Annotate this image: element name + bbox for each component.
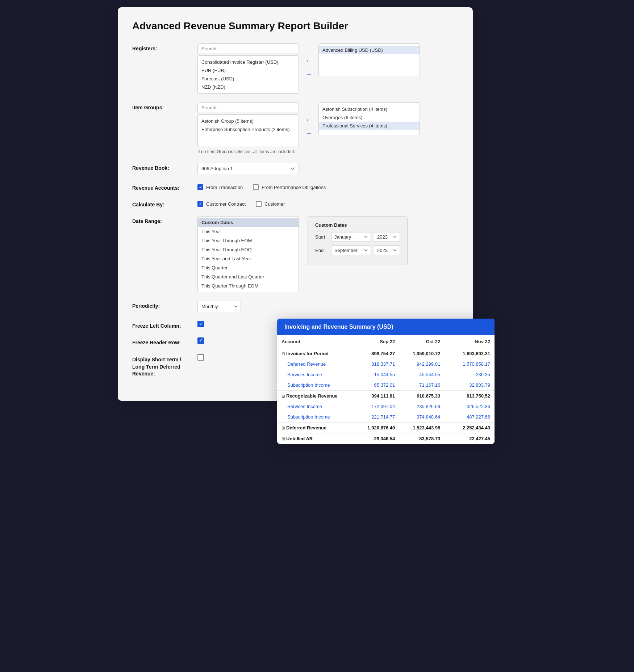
revenue-accounts-from-performance[interactable]: From Performance Obligations	[253, 184, 326, 190]
date-range-item-this-quarter[interactable]: This Quarter	[198, 263, 299, 272]
list-item[interactable]: Forecast (USD)	[198, 75, 299, 83]
oct22-cell: 610,675.33	[399, 391, 445, 402]
table-row[interactable]: ⊞Deferred Revenue 1,020,876.40 1,523,443…	[277, 423, 495, 433]
table-header-row: Account Sep 22 Oct 22 Nov 22	[277, 335, 495, 348]
item-groups-left-col: Astonish Group (5 items) Enterprise Subs…	[197, 102, 299, 147]
revenue-book-label: Revenue Book:	[132, 163, 197, 171]
date-range-row: Date Range: Custom Dates This Year This …	[132, 216, 458, 292]
list-item[interactable]: Astonish Subscription (4 items)	[319, 105, 420, 113]
sep22-cell: 818,337.71	[354, 359, 399, 369]
item-groups-transfer-right-button[interactable]: →	[303, 129, 314, 138]
list-item[interactable]: NZD (NZD)	[198, 83, 299, 91]
date-range-content: Custom Dates This Year This Year Through…	[197, 216, 458, 292]
sep22-cell: 394,111.81	[354, 391, 399, 402]
list-item[interactable]: EUR (EUR)	[198, 66, 299, 75]
start-year-select[interactable]: 2020 2021 2022 2023 2024	[374, 232, 400, 242]
item-groups-hint: If no Item Group is selected, all items …	[197, 149, 458, 154]
oct22-cell: 942,299.01	[399, 359, 445, 369]
list-item[interactable]: Consolidated Invoice Register (USD)	[198, 58, 299, 66]
start-month-select[interactable]: January February March April May June Ju…	[331, 232, 371, 242]
list-item[interactable]: Overages (6 items)	[319, 113, 420, 122]
table-row: Services Income 15,044.55 45,544.55 230.…	[277, 369, 495, 380]
periodicity-label: Periodicity:	[132, 301, 197, 309]
transfer-right-button[interactable]: →	[303, 70, 314, 79]
calculate-by-content: ✓ Customer Contract Customer	[197, 200, 458, 207]
from-performance-checkbox[interactable]	[253, 184, 259, 190]
table-row[interactable]: ⊞Unbilled AR 29,346.54 83,578.73 22,427.…	[277, 433, 495, 444]
custom-dates-title: Custom Dates	[315, 222, 400, 228]
calculate-by-customer[interactable]: Customer	[256, 201, 285, 207]
transfer-left-button[interactable]: ←	[303, 56, 314, 66]
col-account: Account	[277, 335, 354, 348]
customer-contract-checkbox[interactable]: ✓	[197, 201, 203, 207]
nov22-cell: 1,603,892.31	[445, 348, 495, 359]
account-cell: ⊟Recognizable Revenue	[277, 391, 354, 402]
table-row: Subscription Income 65,372.01 71,167.16 …	[277, 380, 495, 391]
minus-icon: ⊟	[281, 394, 285, 399]
item-groups-search-input[interactable]	[197, 102, 299, 113]
customer-checkbox[interactable]	[256, 201, 262, 207]
customer-contract-label: Customer Contract	[206, 201, 246, 207]
nov22-cell: 487,227.66	[445, 412, 495, 423]
display-short-term-checkbox[interactable]	[197, 354, 204, 361]
account-cell: ⊞Deferred Revenue	[277, 423, 354, 433]
calculate-by-customer-contract[interactable]: ✓ Customer Contract	[197, 201, 246, 207]
end-date-row: End January February March April May Jun…	[315, 245, 400, 255]
from-transaction-label: From Transaction	[206, 185, 243, 190]
from-transaction-checkbox[interactable]: ✓	[197, 184, 203, 190]
date-range-item-this-year[interactable]: This Year	[198, 227, 299, 236]
list-item[interactable]: Enterprise Subscription Products (2 item…	[198, 125, 299, 134]
plus-icon: ⊞	[281, 426, 285, 430]
oct22-cell: 1,059,010.72	[399, 348, 445, 359]
sep22-cell: 29,346.54	[354, 433, 399, 444]
revenue-table-card: Invoicing and Revenue Summary (USD) Acco…	[277, 319, 495, 444]
date-range-item-custom[interactable]: Custom Dates	[198, 218, 299, 227]
date-range-list: Custom Dates This Year This Year Through…	[197, 216, 299, 292]
periodicity-select[interactable]: Monthly Quarterly Annually	[197, 301, 241, 312]
end-year-select[interactable]: 2020 2021 2022 2023 2024	[374, 245, 400, 255]
date-range-item-this-quarter-eom[interactable]: This Quarter Through EOM	[198, 281, 299, 290]
end-label: End	[315, 248, 328, 253]
start-date-row: Start January February March April May J…	[315, 232, 400, 242]
item-groups-right-col: Astonish Subscription (4 items) Overages…	[318, 102, 420, 135]
date-range-item-this-year-eoq[interactable]: This Year Through EOQ	[198, 245, 299, 254]
item-groups-transfer-left-button[interactable]: ←	[303, 116, 314, 125]
page-title: Advanced Revenue Summary Report Builder	[132, 20, 458, 32]
table-row: Services Income 172,397.04 235,826.69 32…	[277, 401, 495, 412]
registers-search-input[interactable]	[197, 43, 299, 54]
start-label: Start	[315, 234, 328, 240]
date-range-item-this-year-last[interactable]: This Year and Last Year	[198, 254, 299, 263]
registers-left-col: Consolidated Invoice Register (USD) EUR …	[197, 43, 299, 94]
list-item[interactable]: Advanced Billing USD (USD)	[319, 46, 420, 54]
checkmark-icon: ✓	[199, 322, 203, 327]
plus-icon: ⊞	[281, 437, 285, 441]
freeze-left-column-checkbox[interactable]: ✓	[197, 321, 204, 327]
table-row[interactable]: ⊟Invoices for Period 898,754.27 1,059,01…	[277, 348, 495, 359]
table-row[interactable]: ⊟Recognizable Revenue 394,111.81 610,675…	[277, 391, 495, 402]
periodicity-row: Periodicity: Monthly Quarterly Annually	[132, 301, 458, 312]
col-sep22: Sep 22	[354, 335, 399, 348]
registers-row: Registers: Consolidated Invoice Register…	[132, 43, 458, 94]
display-short-term-label-text: Display Short Term /Long Term Deferred R…	[132, 357, 181, 377]
revenue-book-select[interactable]: 606 Adoption 1 606 Adoption 2 Default	[197, 163, 299, 174]
custom-dates-box: Custom Dates Start January February Marc…	[308, 216, 408, 265]
revenue-accounts-from-transaction[interactable]: ✓ From Transaction	[197, 184, 243, 190]
account-cell: ⊞Unbilled AR	[277, 433, 354, 444]
revenue-accounts-content: ✓ From Transaction From Performance Obli…	[197, 183, 458, 190]
account-cell: Services Income	[277, 401, 354, 412]
freeze-header-row-checkbox[interactable]: ✓	[197, 337, 204, 344]
date-range-item-this-quarter-last[interactable]: This Quarter and Last Quarter	[198, 272, 299, 281]
from-performance-label: From Performance Obligations	[262, 185, 326, 190]
oct22-cell: 235,826.69	[399, 401, 445, 412]
calculate-by-label: Calculate By:	[132, 200, 197, 207]
revenue-accounts-row: Revenue Accounts: ✓ From Transaction Fro…	[132, 183, 458, 191]
registers-right-col: Advanced Billing USD (USD)	[318, 43, 420, 76]
end-month-select[interactable]: January February March April May June Ju…	[331, 245, 371, 255]
sep22-cell: 898,754.27	[354, 348, 399, 359]
list-item[interactable]: Professional Services (4 items)	[319, 122, 420, 130]
account-cell: Deferred Revenue	[277, 359, 354, 369]
list-item[interactable]: Astonish Group (5 items)	[198, 117, 299, 125]
minus-icon: ⊟	[281, 352, 285, 356]
date-range-item-this-year-eom[interactable]: This Year Through EOM	[198, 236, 299, 245]
periodicity-content: Monthly Quarterly Annually	[197, 301, 458, 312]
